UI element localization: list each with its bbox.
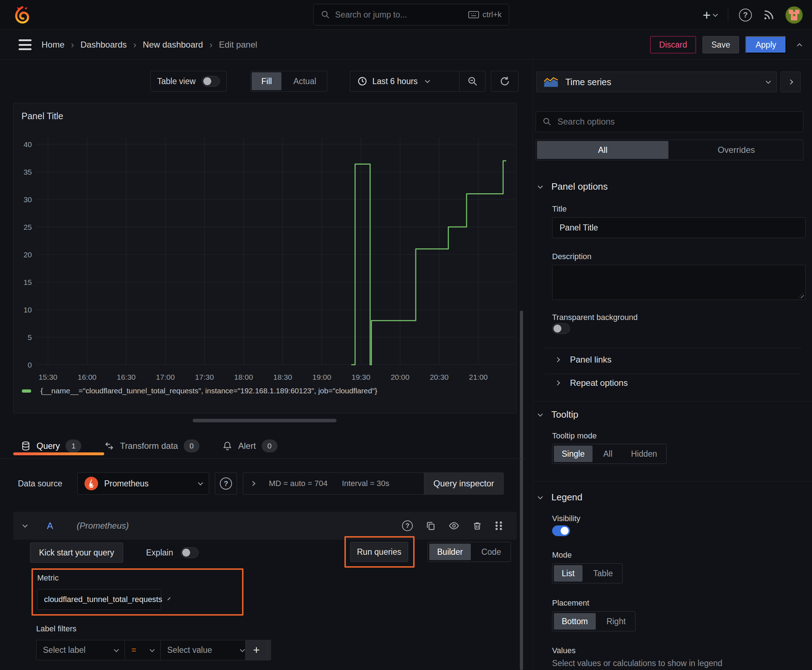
metric-value: cloudflared_tunnel_total_requests [44,595,162,604]
transparent-bg-toggle[interactable] [552,323,570,334]
legend-list-option[interactable]: List [554,565,583,582]
explain-toggle[interactable] [181,547,199,558]
breadcrumb-dashboards[interactable]: Dashboards [81,40,127,50]
svg-text:10: 10 [24,306,32,314]
panel-links-section[interactable]: Panel links [556,355,612,365]
placement-bottom-option[interactable]: Bottom [554,613,596,629]
add-menu-button[interactable]: + [703,8,717,22]
refresh-button[interactable] [491,71,519,91]
options-search-input[interactable]: Search options [536,111,804,132]
hide-query-icon[interactable] [449,520,459,531]
operator-dropdown[interactable]: = [125,640,161,660]
svg-text:19:30: 19:30 [352,373,371,381]
main-scrollbar[interactable] [520,311,523,670]
query-row-header[interactable]: A (Prometheus) ? [13,512,517,540]
tooltip-hidden-option[interactable]: Hidden [622,446,667,462]
svg-text:16:00: 16:00 [78,373,97,381]
metric-label: Metric [37,574,59,583]
visualization-name: Time series [565,77,760,87]
prometheus-icon [84,476,98,491]
news-rss-icon[interactable] [763,9,775,21]
section-divider [534,481,812,482]
help-icon[interactable]: ? [739,8,752,22]
query-inspector-button[interactable]: Query inspector [424,473,503,494]
table-view-control: Table view [150,71,227,91]
tab-overrides[interactable]: Overrides [671,141,802,159]
metric-select[interactable]: cloudflared_tunnel_total_requests [37,589,161,610]
tooltip-single-option[interactable]: Single [554,446,593,462]
svg-text:20:00: 20:00 [391,373,410,381]
actual-option[interactable]: Actual [283,71,327,91]
zoom-out-button[interactable] [459,71,485,91]
svg-text:20: 20 [24,250,32,259]
tab-transform[interactable]: Transform data 0 [104,440,199,452]
user-avatar[interactable] [785,7,803,24]
run-queries-button[interactable]: Run queries [350,542,408,562]
add-filter-button[interactable]: + [245,640,268,660]
apply-button[interactable]: Apply [746,36,786,53]
legend-values-help: Select values or calculations to show in… [552,658,722,668]
breadcrumb-home[interactable]: Home [42,40,64,50]
tab-alert-badge: 0 [262,440,278,452]
query-help-icon[interactable]: ? [402,520,413,531]
menu-toggle-icon[interactable] [19,39,32,50]
grafana-logo-icon[interactable] [13,6,32,24]
legend-visibility-toggle[interactable] [552,525,570,536]
panel-resize-handle[interactable] [193,419,337,422]
drag-query-icon[interactable] [495,521,502,531]
legend-series-swatch[interactable] [22,389,31,393]
expand-options-icon[interactable] [250,481,255,486]
repeat-options-section[interactable]: Repeat options [556,378,627,388]
section-divider [545,374,801,374]
timeseries-viz-icon [543,76,559,88]
builder-option[interactable]: Builder [429,544,471,560]
table-view-toggle[interactable] [202,76,220,86]
code-option[interactable]: Code [472,544,510,560]
time-range-picker[interactable]: Last 6 hours [350,76,459,86]
collapse-query-icon[interactable] [22,523,27,528]
global-search-input[interactable]: Search or jump to... ctrl+k [313,4,509,25]
breadcrumb-separator: › [133,39,136,51]
svg-text:16:30: 16:30 [117,373,136,381]
datasource-picker[interactable]: Prometheus [77,472,209,495]
visualization-picker[interactable]: Time series [536,71,777,92]
placement-right-option[interactable]: Right [597,613,635,629]
legend-table-option[interactable]: Table [584,565,622,582]
tooltip-section-header[interactable]: Tooltip [539,409,578,420]
explain-control: Explain [146,543,199,563]
datasource-help-button[interactable]: ? [215,472,237,495]
discard-button[interactable]: Discard [650,36,696,53]
tab-all-options[interactable]: All [537,141,668,159]
section-divider [545,348,801,348]
panel-options-section-header[interactable]: Panel options [539,181,608,192]
delete-query-icon[interactable] [472,521,482,531]
save-button[interactable]: Save [702,36,739,53]
time-range-label: Last 6 hours [372,76,418,86]
fill-option[interactable]: Fill [252,72,281,90]
select-label-dropdown[interactable]: Select label [36,640,125,660]
svg-text:18:00: 18:00 [234,373,253,381]
legend-section-header[interactable]: Legend [539,492,583,503]
collapse-header-icon[interactable] [798,42,801,47]
viz-suggestions-button[interactable] [780,71,800,92]
table-view-label: Table view [157,76,195,86]
select-value-dropdown[interactable]: Select value [161,640,251,660]
kick-start-query-button[interactable]: Kick start your query [30,543,123,563]
panel-title-input[interactable]: Panel Title [552,217,805,238]
tooltip-all-option[interactable]: All [594,446,622,462]
legend-placement-switcher: Bottom Right [552,611,636,631]
search-placeholder: Search or jump to... [335,10,468,20]
resize-corner-icon[interactable] [798,293,804,298]
svg-text:17:00: 17:00 [156,373,175,381]
svg-text:15:30: 15:30 [39,373,58,381]
search-icon [542,117,552,126]
options-search-placeholder: Search options [558,117,615,127]
tab-alert[interactable]: Alert 0 [222,440,277,452]
tab-query[interactable]: Query 1 [21,440,81,452]
tab-transform-label: Transform data [120,441,178,451]
breadcrumb-new-dashboard[interactable]: New dashboard [143,40,203,50]
duplicate-query-icon[interactable] [425,521,436,531]
legend-series-label[interactable]: {__name__="cloudflared_tunnel_total_requ… [41,387,377,395]
description-textarea[interactable] [552,265,805,300]
legend-mode-label: Mode [552,550,572,560]
